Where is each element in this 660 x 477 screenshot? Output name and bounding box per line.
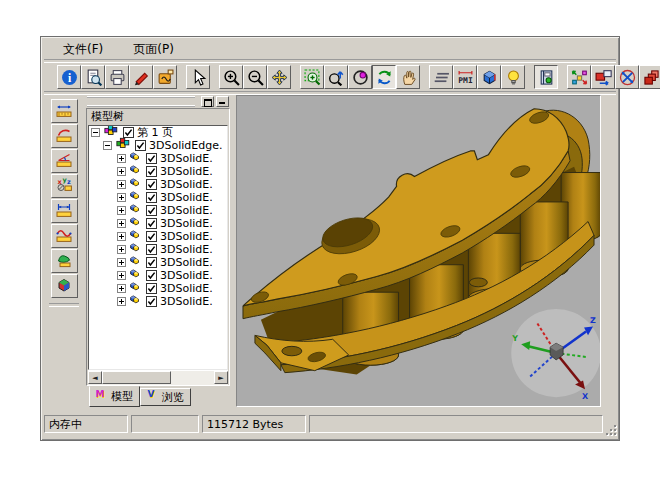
- tree-item-assembly[interactable]: 3DSolidEdge.: [89, 139, 227, 152]
- visibility-checkbox[interactable]: [146, 296, 157, 307]
- visibility-checkbox[interactable]: [146, 192, 157, 203]
- explode-button[interactable]: [567, 65, 591, 89]
- dim-horizontal-button[interactable]: [51, 99, 78, 123]
- scroll-track[interactable]: [102, 371, 214, 385]
- expand-icon[interactable]: [117, 193, 126, 202]
- visibility-checkbox[interactable]: [146, 218, 157, 229]
- tree-item-part-6[interactable]: 3DSolidE.: [89, 217, 227, 230]
- expand-icon[interactable]: [117, 180, 126, 189]
- pan-cross-button[interactable]: [267, 65, 291, 89]
- zoom-out-button[interactable]: [243, 65, 267, 89]
- solid-stack-button[interactable]: [639, 65, 660, 89]
- print-button[interactable]: [105, 65, 129, 89]
- panel-grip-lines[interactable]: [87, 96, 195, 107]
- visibility-checkbox[interactable]: [146, 166, 157, 177]
- stamp-button[interactable]: [153, 65, 177, 89]
- visibility-checkbox[interactable]: [146, 283, 157, 294]
- tree-item-label: 第 1 页: [137, 125, 173, 140]
- expand-icon[interactable]: [117, 167, 126, 176]
- cube-display-button[interactable]: [477, 65, 501, 89]
- tree-item-part-12[interactable]: 3DSolidE.: [89, 295, 227, 308]
- scroll-thumb[interactable]: [102, 371, 171, 384]
- expand-icon[interactable]: [117, 245, 126, 254]
- status-size: 115712 Bytes: [202, 415, 306, 433]
- tree-item-part-8[interactable]: 3DSolidE.: [89, 243, 227, 256]
- status-bar: 内存中 115712 Bytes: [43, 410, 617, 438]
- tab-browse[interactable]: VV浏览: [140, 388, 191, 406]
- markup-pen-button[interactable]: [129, 65, 153, 89]
- panel-restore-button[interactable]: [201, 96, 214, 107]
- menu-page[interactable]: 页面(P): [129, 40, 178, 59]
- tree-item-part-11[interactable]: 3DSolidE.: [89, 282, 227, 295]
- expand-icon[interactable]: [117, 232, 126, 241]
- tree-hscrollbar[interactable]: ◄ ►: [88, 370, 228, 385]
- zoom-window-button[interactable]: [300, 65, 324, 89]
- dim-volume-button[interactable]: [51, 274, 78, 298]
- toolbar-group-6: [534, 65, 558, 89]
- visibility-checkbox[interactable]: [146, 257, 157, 268]
- expand-icon[interactable]: [117, 271, 126, 280]
- orbit-button[interactable]: [348, 65, 372, 89]
- dim-radius-button[interactable]: [51, 124, 78, 148]
- print-preview-button[interactable]: [81, 65, 105, 89]
- tree-item-part-3[interactable]: 3DSolidE.: [89, 178, 227, 191]
- expand-icon[interactable]: [117, 219, 126, 228]
- tree-item-part-7[interactable]: 3DSolidE.: [89, 230, 227, 243]
- tree-item-part-10[interactable]: 3DSolidE.: [89, 269, 227, 282]
- collapse-icon[interactable]: [91, 128, 100, 137]
- dim-xyz-button[interactable]: xyz: [51, 174, 78, 198]
- pan-hand-button[interactable]: [396, 65, 420, 89]
- visibility-checkbox[interactable]: [146, 205, 157, 216]
- expand-icon[interactable]: [117, 297, 126, 306]
- animation-button[interactable]: [591, 65, 615, 89]
- rotate-button[interactable]: [372, 65, 396, 89]
- visibility-checkbox[interactable]: [146, 153, 157, 164]
- expand-icon[interactable]: [117, 154, 126, 163]
- rotate-icon: [376, 69, 393, 86]
- tree-item-part-2[interactable]: 3DSolidE.: [89, 165, 227, 178]
- tree-item-part-4[interactable]: 3DSolidE.: [89, 191, 227, 204]
- panel-grip[interactable]: [85, 95, 231, 108]
- zoom-in-button[interactable]: [219, 65, 243, 89]
- viewport-3d[interactable]: Z Y X: [236, 95, 601, 407]
- info-button[interactable]: i: [57, 65, 81, 89]
- select-button[interactable]: [186, 65, 210, 89]
- collapse-icon[interactable]: [103, 141, 112, 150]
- light-button[interactable]: [501, 65, 525, 89]
- move-rotate-button[interactable]: [615, 65, 639, 89]
- notebook-button[interactable]: [534, 65, 558, 89]
- tree-item-part-9[interactable]: 3DSolidE.: [89, 256, 227, 269]
- visibility-checkbox[interactable]: [146, 231, 157, 242]
- status-cell-4: [309, 415, 603, 433]
- expand-icon[interactable]: [117, 284, 126, 293]
- status-memory: 内存中: [44, 415, 128, 433]
- scroll-left-icon[interactable]: ◄: [88, 371, 102, 384]
- visibility-checkbox[interactable]: [146, 270, 157, 281]
- model-tree[interactable]: 第 1 页3DSolidEdge.3DSolidE.3DSolidE.3DSol…: [88, 125, 228, 370]
- pmi-button[interactable]: PMI: [453, 65, 477, 89]
- tree-item-part-5[interactable]: 3DSolidE.: [89, 204, 227, 217]
- tree-item-page[interactable]: 第 1 页: [89, 126, 227, 139]
- pan-cross-icon: [271, 69, 288, 86]
- expand-icon[interactable]: [117, 206, 126, 215]
- dim-angle-button[interactable]: [51, 149, 78, 173]
- menu-file[interactable]: 文件(F): [59, 40, 107, 59]
- expand-icon[interactable]: [117, 258, 126, 267]
- visibility-checkbox[interactable]: [146, 179, 157, 190]
- dim-distance-button[interactable]: [51, 199, 78, 223]
- dim-area-button[interactable]: [51, 249, 78, 273]
- dynamic-zoom-button[interactable]: [324, 65, 348, 89]
- dim-curve-button[interactable]: [51, 224, 78, 248]
- zoom-window-icon: [304, 69, 321, 86]
- tab-model[interactable]: MM模型: [89, 386, 140, 407]
- menu-bar: 文件(F) 页面(P): [43, 39, 617, 59]
- layers-button[interactable]: [429, 65, 453, 89]
- visibility-checkbox[interactable]: [135, 140, 146, 151]
- panel-hide-button[interactable]: [216, 96, 229, 107]
- visibility-checkbox[interactable]: [146, 244, 157, 255]
- cursor-arrow-icon: [190, 69, 207, 86]
- resize-grip-icon[interactable]: [604, 423, 616, 435]
- tree-item-part-1[interactable]: 3DSolidE.: [89, 152, 227, 165]
- hand-icon: [400, 69, 417, 86]
- scroll-right-icon[interactable]: ►: [214, 371, 228, 384]
